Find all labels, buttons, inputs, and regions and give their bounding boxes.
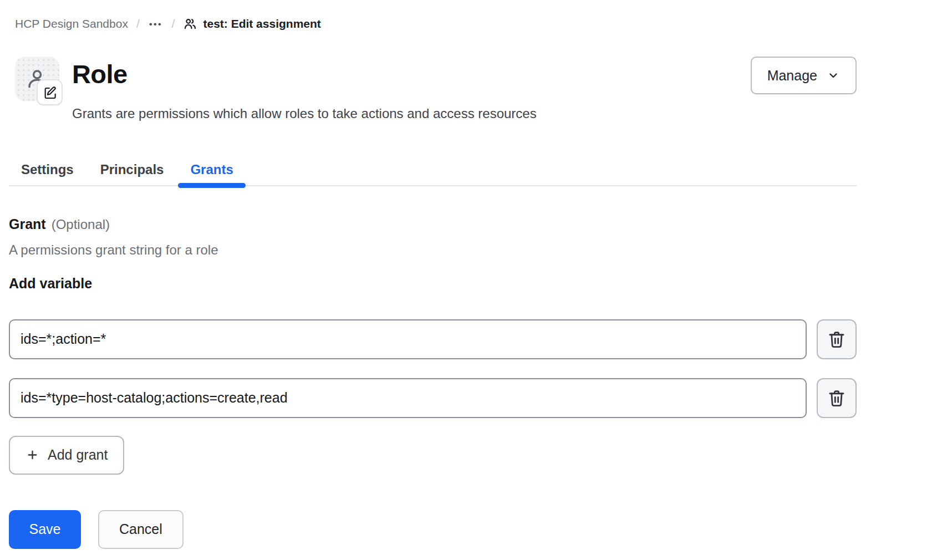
breadcrumb: HCP Design Sandbox / ••• / test: Edit as… bbox=[15, 17, 857, 31]
page-subtitle: Grants are permissions which allow roles… bbox=[72, 106, 751, 122]
role-avatar-wrap bbox=[15, 57, 59, 101]
save-button[interactable]: Save bbox=[9, 510, 81, 549]
title-block: Role Grants are permissions which allow … bbox=[72, 57, 751, 122]
chevron-down-icon bbox=[827, 69, 840, 82]
tab-grants[interactable]: Grants bbox=[178, 155, 245, 185]
tab-settings[interactable]: Settings bbox=[9, 155, 86, 185]
manage-dropdown-button[interactable]: Manage bbox=[751, 57, 857, 94]
tab-principals[interactable]: Principals bbox=[88, 155, 176, 185]
delete-grant-button-1[interactable] bbox=[817, 319, 857, 359]
page-title: Role bbox=[72, 59, 751, 89]
add-variable-label: Add variable bbox=[9, 276, 857, 292]
role-edit-page: HCP Design Sandbox / ••• / test: Edit as… bbox=[0, 0, 927, 549]
grant-field-label: Grant (Optional) bbox=[9, 216, 857, 232]
grant-row bbox=[9, 319, 857, 359]
edit-pencil-icon bbox=[43, 85, 57, 100]
manage-button-label: Manage bbox=[767, 68, 817, 84]
tab-bar: Settings Principals Grants bbox=[9, 155, 857, 186]
page-header: Role Grants are permissions which allow … bbox=[15, 57, 857, 122]
grant-helper-text: A permissions grant string for a role bbox=[9, 242, 857, 258]
grants-panel: Grant (Optional) A permissions grant str… bbox=[9, 216, 857, 549]
form-actions: Save Cancel bbox=[9, 510, 857, 549]
users-icon bbox=[183, 17, 197, 31]
grant-label: Grant bbox=[9, 216, 46, 232]
breadcrumb-org-link[interactable]: HCP Design Sandbox bbox=[15, 17, 128, 30]
grant-input-2[interactable] bbox=[9, 378, 807, 418]
breadcrumb-current-label: test: Edit assignment bbox=[203, 17, 320, 30]
edit-avatar-button[interactable] bbox=[37, 79, 63, 105]
breadcrumb-current: test: Edit assignment bbox=[183, 17, 320, 31]
add-grant-button-label: Add grant bbox=[48, 447, 108, 463]
delete-grant-button-2[interactable] bbox=[817, 378, 857, 418]
grant-optional-label: (Optional) bbox=[52, 217, 110, 232]
add-grant-button[interactable]: Add grant bbox=[9, 436, 124, 475]
breadcrumb-collapsed-button[interactable]: ••• bbox=[148, 19, 164, 29]
grant-input-1[interactable] bbox=[9, 319, 807, 359]
breadcrumb-separator: / bbox=[136, 17, 140, 30]
plus-icon bbox=[26, 448, 39, 462]
breadcrumb-separator: / bbox=[172, 17, 175, 30]
trash-icon bbox=[827, 330, 846, 349]
trash-icon bbox=[827, 389, 846, 408]
cancel-button[interactable]: Cancel bbox=[98, 510, 184, 549]
grant-row bbox=[9, 378, 857, 418]
